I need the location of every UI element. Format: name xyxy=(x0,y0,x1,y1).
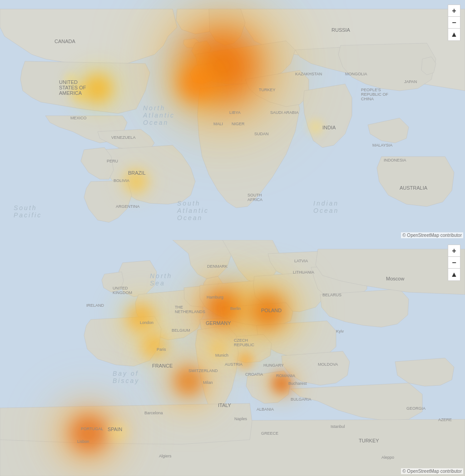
top-zoom-out[interactable]: − xyxy=(448,17,460,29)
bottom-zoom-in[interactable]: + xyxy=(448,245,460,257)
europe-map-container: LATVIALITHUANIAMoscowDENMARKUNITED KINGD… xyxy=(0,240,465,476)
europe-map-svg xyxy=(0,240,465,476)
bottom-compass[interactable]: ▲ xyxy=(448,269,460,280)
top-attribution: © OpenStreetMap contributor xyxy=(401,232,463,238)
top-zoom-controls[interactable]: + − ▲ xyxy=(448,5,460,41)
world-map-svg xyxy=(0,0,465,240)
top-zoom-in[interactable]: + xyxy=(448,5,460,17)
bottom-zoom-out[interactable]: − xyxy=(448,257,460,269)
bottom-zoom-controls[interactable]: + − ▲ xyxy=(448,245,460,281)
top-compass[interactable]: ▲ xyxy=(448,29,460,40)
europe-map-bg: LATVIALITHUANIAMoscowDENMARKUNITED KINGD… xyxy=(0,240,465,476)
world-map-container: CANADAUNITED STATES OF AMERICAMEXICOVENE… xyxy=(0,0,465,240)
bottom-attribution: © OpenStreetMap contributor xyxy=(401,468,463,474)
world-map-bg: CANADAUNITED STATES OF AMERICAMEXICOVENE… xyxy=(0,0,465,240)
